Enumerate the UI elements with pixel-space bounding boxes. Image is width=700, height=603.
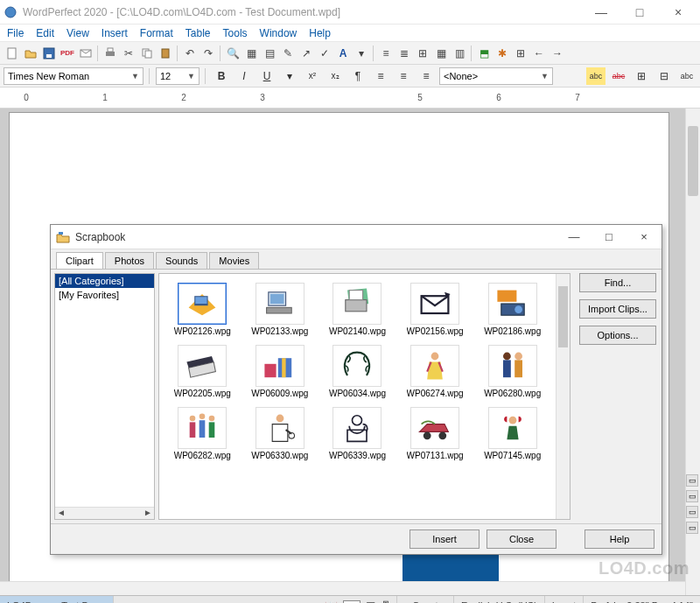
status-book-icon[interactable]: 📖 — [325, 599, 338, 604]
scroll-right-icon[interactable]: ► — [142, 508, 154, 519]
insert-button[interactable]: Insert — [410, 529, 480, 549]
menu-help[interactable]: Help — [304, 27, 336, 39]
ruler[interactable]: 0 1 2 3 5 6 7 — [0, 88, 700, 109]
status-count[interactable]: < Count > — [397, 596, 454, 603]
scrollbar-thumb[interactable] — [688, 126, 698, 196]
category-hscroll[interactable]: ◄ ► — [55, 507, 154, 519]
paste-icon[interactable] — [157, 45, 174, 62]
scroll-left-icon[interactable]: ◄ — [55, 508, 67, 519]
grid-scrollbar[interactable] — [556, 274, 570, 519]
options-button[interactable]: Options... — [579, 326, 656, 345]
undo-icon[interactable]: ↶ — [181, 45, 199, 62]
clip-item[interactable]: WP02126.wpg — [164, 279, 241, 340]
superscript-icon[interactable]: x² — [303, 67, 322, 85]
search-icon[interactable]: 🔍 — [224, 45, 242, 62]
menu-file[interactable]: File — [2, 27, 29, 39]
minimize-button[interactable]: — — [588, 5, 614, 19]
tool-icon[interactable]: ▤ — [261, 45, 278, 62]
clip-item[interactable]: WP06274.wpg — [397, 341, 473, 402]
dialog-close-button[interactable]: × — [632, 230, 656, 243]
category-item[interactable]: [My Favorites] — [55, 288, 154, 302]
tool-icon[interactable]: ▾ — [280, 67, 299, 85]
tool-icon[interactable]: abc — [677, 67, 696, 85]
menu-edit[interactable]: Edit — [31, 27, 60, 39]
mail-icon[interactable] — [77, 45, 94, 62]
back-icon[interactable]: ← — [530, 45, 548, 62]
tool-icon[interactable]: ⬒ — [475, 45, 493, 62]
align-right-icon[interactable]: ≡ — [416, 67, 436, 85]
clip-item[interactable]: WP02140.wpg — [319, 279, 396, 340]
tab-photos[interactable]: Photos — [105, 252, 154, 269]
save-icon[interactable] — [40, 45, 58, 62]
clip-item[interactable]: WP06282.wpg — [164, 403, 241, 464]
tool-icon[interactable]: ⊞ — [512, 45, 529, 62]
status-mode[interactable]: Insert — [545, 596, 584, 603]
tool-icon[interactable]: ▭ — [686, 506, 698, 518]
highlight-icon[interactable]: abc — [586, 67, 606, 85]
align-left-icon[interactable]: ≡ — [371, 67, 390, 85]
status-document-tab[interactable]: LO4D.com - Test Do... — [0, 596, 114, 603]
clip-item[interactable]: WP07145.wpg — [474, 403, 550, 464]
help-button[interactable]: Help — [584, 529, 654, 549]
tool-icon[interactable]: ⊟ — [654, 67, 674, 85]
clip-item[interactable]: WP06330.wpg — [242, 403, 318, 464]
clip-item[interactable]: WP02186.wpg — [474, 279, 550, 340]
import-clips-button[interactable]: Import Clips... — [579, 299, 656, 319]
clip-item[interactable]: WP06280.wpg — [474, 341, 550, 402]
menu-format[interactable]: Format — [135, 27, 178, 39]
cut-icon[interactable]: ✂ — [120, 45, 137, 62]
align-center-icon[interactable]: ≡ — [394, 67, 413, 85]
tab-movies[interactable]: Movies — [209, 252, 259, 269]
menu-view[interactable]: View — [61, 27, 94, 39]
status-ab-button[interactable]: AB — [343, 600, 360, 604]
scrollbar-thumb[interactable] — [558, 286, 568, 347]
copy-icon[interactable] — [138, 45, 156, 62]
tool-icon[interactable]: ✱ — [494, 45, 511, 62]
status-tool-icon[interactable]: ▥ — [366, 599, 375, 604]
menu-table[interactable]: Table — [180, 27, 216, 39]
close-button[interactable]: × — [665, 5, 691, 19]
dialog-minimize-button[interactable]: — — [562, 230, 586, 243]
clip-item[interactable]: WP06009.wpg — [242, 341, 318, 402]
tool-icon[interactable]: ▦ — [432, 45, 450, 62]
clip-item[interactable]: WP07131.wpg — [397, 403, 473, 464]
strikethrough-icon[interactable]: abc — [609, 67, 628, 85]
style-combo[interactable]: <None> ▼ — [439, 67, 553, 85]
new-icon[interactable] — [4, 45, 21, 62]
close-dialog-button[interactable]: Close — [486, 529, 556, 549]
bold-button[interactable]: B — [212, 67, 231, 85]
subscript-icon[interactable]: x₂ — [326, 67, 345, 85]
numbers-icon[interactable]: ≣ — [396, 45, 413, 62]
tool-icon[interactable]: ▭ — [686, 522, 698, 534]
tool-icon[interactable]: ⊞ — [632, 67, 651, 85]
clip-item[interactable]: WP06034.wpg — [319, 341, 396, 402]
underline-button[interactable]: U — [257, 67, 276, 85]
tool-icon[interactable]: ▭ — [686, 490, 698, 502]
font-color-icon[interactable]: A — [334, 45, 352, 62]
redo-icon[interactable]: ↷ — [200, 45, 217, 62]
pdf-icon[interactable]: PDF — [59, 45, 76, 62]
find-button[interactable]: Find... — [579, 273, 656, 292]
status-language[interactable]: English-U.S. (US) — [454, 596, 545, 603]
font-family-combo[interactable]: Times New Roman ▼ — [4, 67, 144, 85]
forward-icon[interactable]: → — [549, 45, 566, 62]
bullets-icon[interactable]: ≡ — [377, 45, 395, 62]
clip-item[interactable]: WP02133.wpg — [242, 279, 318, 340]
font-size-combo[interactable]: 12 ▼ — [156, 67, 200, 85]
italic-button[interactable]: I — [234, 67, 254, 85]
tab-clipart[interactable]: Clipart — [56, 252, 103, 269]
print-icon[interactable] — [102, 45, 119, 62]
tool-icon[interactable]: ⊞ — [414, 45, 431, 62]
tool-icon[interactable]: ↗ — [298, 45, 315, 62]
category-item[interactable]: [All Categories] — [55, 274, 154, 288]
tab-sounds[interactable]: Sounds — [156, 252, 207, 269]
tool-icon[interactable]: ▦ — [242, 45, 260, 62]
open-icon[interactable] — [22, 45, 39, 62]
menu-insert[interactable]: Insert — [96, 27, 133, 39]
menu-window[interactable]: Window — [255, 27, 303, 39]
tool-icon[interactable]: ✓ — [316, 45, 333, 62]
clip-item[interactable]: WP02205.wpg — [164, 341, 241, 402]
clip-item[interactable]: WP02156.wpg — [397, 279, 473, 340]
dialog-titlebar[interactable]: Scrapbook — □ × — [51, 225, 662, 249]
tool-icon[interactable]: ▥ — [451, 45, 468, 62]
